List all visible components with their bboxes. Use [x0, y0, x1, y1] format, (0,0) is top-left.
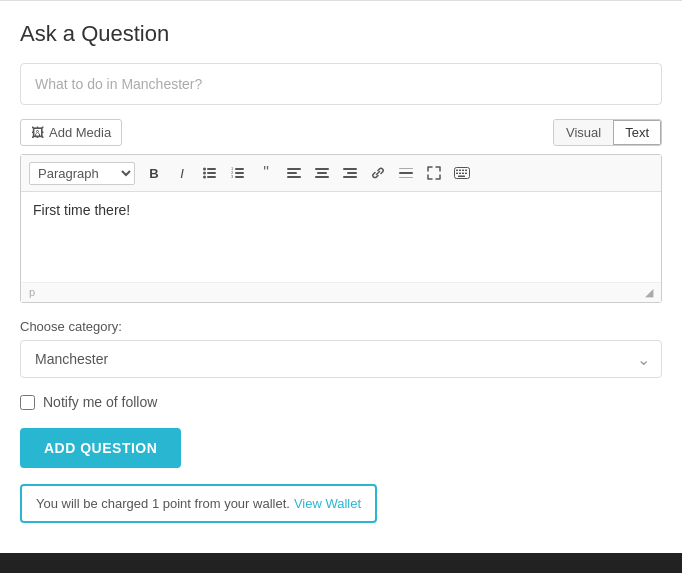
editor-content: First time there! — [33, 202, 649, 218]
link-button[interactable] — [365, 160, 391, 186]
add-media-button[interactable]: 🖼 Add Media — [20, 119, 122, 146]
horizontal-rule-button[interactable] — [393, 160, 419, 186]
svg-rect-17 — [315, 176, 329, 178]
svg-rect-30 — [459, 173, 461, 175]
view-wallet-link[interactable]: View Wallet — [294, 496, 361, 511]
svg-rect-20 — [343, 176, 357, 178]
svg-rect-0 — [207, 168, 216, 170]
svg-rect-27 — [462, 170, 464, 172]
bold-button[interactable]: B — [141, 160, 167, 186]
svg-rect-23 — [399, 177, 413, 178]
question-input[interactable] — [20, 63, 662, 105]
bottom-bar — [0, 553, 682, 573]
add-media-label: Add Media — [49, 125, 111, 140]
keyboard-button[interactable] — [449, 160, 475, 186]
svg-rect-29 — [456, 173, 458, 175]
svg-rect-18 — [343, 168, 357, 170]
text-tab[interactable]: Text — [613, 120, 661, 145]
svg-rect-2 — [207, 176, 216, 178]
svg-point-3 — [203, 168, 206, 171]
svg-rect-28 — [465, 170, 467, 172]
format-select[interactable]: Paragraph Heading 1 Heading 2 Preformatt… — [29, 162, 135, 185]
align-left-button[interactable] — [281, 160, 307, 186]
resize-handle[interactable]: ◢ — [645, 286, 653, 299]
ordered-list-button[interactable]: 1 2 3 — [225, 160, 251, 186]
align-center-button[interactable] — [309, 160, 335, 186]
fullscreen-button[interactable] — [421, 160, 447, 186]
page-title: Ask a Question — [20, 21, 662, 47]
svg-rect-15 — [315, 168, 329, 170]
svg-rect-22 — [399, 168, 413, 169]
notify-row: Notify me of follow — [20, 394, 662, 410]
svg-rect-7 — [235, 172, 244, 174]
wallet-notice: You will be charged 1 point from your wa… — [20, 484, 377, 523]
editor-body[interactable]: First time there! — [21, 192, 661, 282]
svg-rect-33 — [458, 176, 465, 178]
wallet-message: You will be charged 1 point from your wa… — [36, 496, 290, 511]
category-label: Choose category: — [20, 319, 662, 334]
add-question-button[interactable]: ADD QUESTION — [20, 428, 181, 468]
editor-container: Paragraph Heading 1 Heading 2 Preformatt… — [20, 154, 662, 303]
notify-checkbox[interactable] — [20, 395, 35, 410]
visual-tab[interactable]: Visual — [554, 120, 613, 145]
align-right-button[interactable] — [337, 160, 363, 186]
category-select[interactable]: Manchester London Birmingham Leeds — [20, 340, 662, 378]
svg-rect-21 — [399, 172, 413, 174]
svg-rect-1 — [207, 172, 216, 174]
svg-point-4 — [203, 172, 206, 175]
svg-rect-26 — [459, 170, 461, 172]
view-toggle: Visual Text — [553, 119, 662, 146]
notify-label[interactable]: Notify me of follow — [43, 394, 157, 410]
svg-rect-31 — [462, 173, 464, 175]
svg-rect-32 — [465, 173, 467, 175]
editor-footer: p ◢ — [21, 282, 661, 302]
blockquote-button[interactable]: " — [253, 160, 279, 186]
svg-text:3: 3 — [231, 174, 234, 179]
add-question-wrapper: ADD QUESTION — [20, 428, 662, 484]
svg-point-5 — [203, 176, 206, 179]
svg-rect-19 — [347, 172, 357, 174]
svg-rect-25 — [456, 170, 458, 172]
italic-button[interactable]: I — [169, 160, 195, 186]
svg-rect-14 — [287, 176, 301, 178]
category-select-wrapper: Manchester London Birmingham Leeds ⌄ — [20, 340, 662, 378]
editor-toolbar: Paragraph Heading 1 Heading 2 Preformatt… — [21, 155, 661, 192]
svg-rect-6 — [235, 168, 244, 170]
svg-rect-12 — [287, 168, 301, 170]
editor-tag: p — [29, 286, 35, 299]
add-media-icon: 🖼 — [31, 125, 44, 140]
toolbar-row: 🖼 Add Media Visual Text — [20, 119, 662, 146]
unordered-list-button[interactable] — [197, 160, 223, 186]
svg-rect-16 — [317, 172, 327, 174]
svg-rect-13 — [287, 172, 297, 174]
svg-rect-8 — [235, 176, 244, 178]
category-section: Choose category: Manchester London Birmi… — [20, 319, 662, 378]
